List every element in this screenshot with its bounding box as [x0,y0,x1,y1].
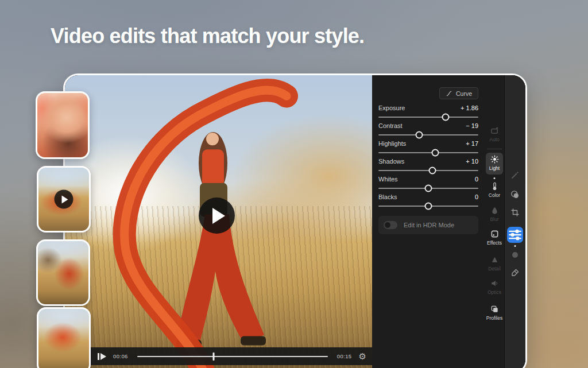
play-icon [61,195,68,203]
category-color[interactable]: Color [485,182,504,198]
slider-value: − 19 [466,122,478,129]
slider-track[interactable] [378,165,478,176]
slider-value: + 1.86 [461,104,478,111]
playback-play-icon[interactable] [98,353,106,360]
category-label: Blur [490,216,498,222]
category-label: Color [489,192,500,198]
slider-knob[interactable] [416,131,423,139]
slider-value: + 10 [466,158,478,165]
play-icon [212,208,225,224]
slider-exposure: Exposure + 1.86 [378,104,478,122]
curve-icon [446,90,452,97]
player-settings-gear-icon[interactable]: ⚙ [359,352,366,361]
thumbnail-play-button[interactable] [55,190,74,209]
tool-masking[interactable] [505,190,525,199]
category-light[interactable]: Light [485,155,504,171]
category-profiles[interactable]: Profiles [485,305,504,321]
edit-panel: Curve Exposure + 1.86 Contrast − 19 [372,75,525,368]
category-label: Detail [488,266,501,272]
page-title: Video edits that match your style. [51,24,364,48]
curve-button[interactable]: Curve [439,87,478,99]
category-label: Effects [487,240,502,246]
edit-modified-dot [514,245,516,247]
crop-rotate-icon [510,208,520,217]
filmstrip-thumbnail-3[interactable] [36,239,90,306]
duration: 00:15 [337,353,352,359]
slider-knob[interactable] [428,167,436,175]
hdr-toggle[interactable] [384,221,397,229]
category-label: Optics [488,289,501,295]
scrubber-track[interactable] [137,352,328,361]
slider-value: 0 [475,193,478,200]
edit-sliders-icon [507,227,523,243]
slider-label: Whites [378,176,398,183]
category-auto[interactable]: Auto [485,126,504,142]
tool-healing[interactable] [505,250,525,259]
slider-label: Blacks [378,193,397,200]
page: { "headline": "Video edits that match yo… [0,0,588,368]
slider-knob[interactable] [442,114,449,121]
healing-icon [510,250,520,259]
current-time: 00:06 [113,353,128,359]
category-detail[interactable]: Detail [485,255,504,272]
light-modified-dot [494,177,496,179]
category-label: Auto [489,137,500,142]
video-play-button[interactable] [199,197,235,234]
slider-blacks: Blacks 0 [378,193,478,211]
app-window: 00:06 00:15 ⚙ Curve [63,73,527,368]
slider-knob[interactable] [432,149,439,157]
slider-track[interactable] [378,183,478,193]
tool-wand[interactable] [505,171,525,180]
slider-shadows: Shadows + 10 [378,158,478,176]
slider-label: Shadows [378,158,404,165]
slider-label: Contrast [378,122,403,129]
color-thermometer-icon [490,182,499,191]
slider-knob[interactable] [425,185,432,192]
category-label: Light [489,165,500,171]
slider-track[interactable] [378,201,478,211]
auto-icon [490,126,499,135]
slider-label: Exposure [378,104,405,111]
playhead[interactable] [212,352,214,361]
scrubber-line [137,356,328,357]
tool-edit-selected[interactable] [507,227,523,243]
slider-label: Highlights [378,140,406,147]
category-optics[interactable]: Optics [485,279,504,295]
hdr-mode-row[interactable]: Edit in HDR Mode [378,216,478,234]
slider-value: 0 [475,176,478,183]
slider-track[interactable] [378,148,478,158]
magic-wand-icon [510,171,520,180]
slider-whites: Whites 0 [378,176,478,193]
light-sun-icon [490,155,499,164]
masking-icon [510,190,520,199]
category-blur[interactable]: Blur [485,206,504,222]
detail-triangle-icon [490,255,499,264]
slider-track[interactable] [378,130,478,140]
slider-contrast: Contrast − 19 [378,122,478,140]
video-preview: 00:06 00:15 ⚙ [65,75,372,368]
adjustment-category-rail: Auto Light [485,75,504,368]
hdr-label: Edit in HDR Mode [404,222,454,228]
slider-highlights: Highlights + 17 [378,140,478,158]
filmstrip-thumbnail-1[interactable] [36,91,90,159]
category-label: Profiles [486,315,502,321]
filmstrip-thumbnail-4[interactable] [37,307,91,368]
slider-knob[interactable] [425,203,432,210]
tool-rail [504,75,525,368]
slider-track[interactable] [378,112,478,122]
tool-eraser[interactable] [505,268,525,277]
blur-droplet-icon [490,206,499,215]
video-player-bar: 00:06 00:15 ⚙ [65,347,372,365]
slider-value: + 17 [466,140,478,147]
curve-button-label: Curve [456,90,472,97]
filmstrip-thumbnail-2[interactable] [37,166,91,233]
light-sliders-panel: Curve Exposure + 1.86 Contrast − 19 [372,75,485,368]
effects-icon [490,230,499,238]
optics-icon [490,279,499,288]
profiles-layers-icon [490,305,499,313]
eraser-icon [510,268,520,277]
tool-crop[interactable] [505,208,525,217]
rail-divider [487,149,502,149]
category-effects[interactable]: Effects [485,230,504,246]
